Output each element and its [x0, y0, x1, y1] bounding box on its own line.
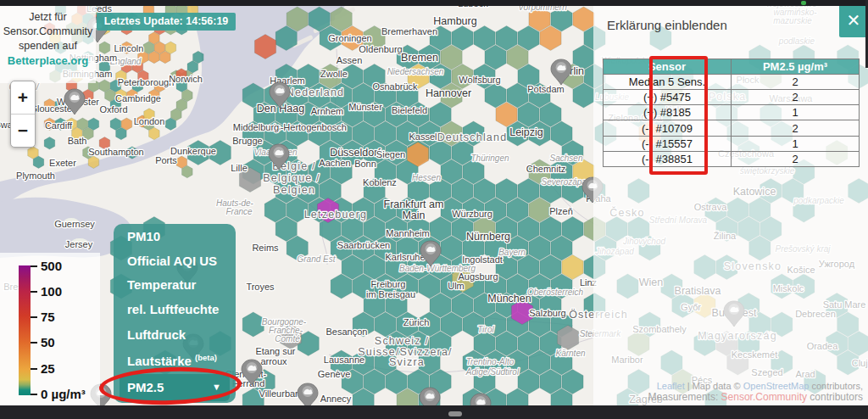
- status-dot: [801, 1, 806, 5]
- map-label: Arnhem: [311, 106, 344, 116]
- map-label: Svizra: [389, 356, 425, 368]
- map-label: Assen: [337, 55, 363, 65]
- map-label: Leipzig: [509, 126, 543, 138]
- table-header-cell: PM2.5 µg/m³: [732, 59, 860, 75]
- donation-line: spenden auf: [0, 39, 96, 53]
- map-label: Oldenburg: [359, 44, 402, 54]
- map-label: Nürnberg: [466, 231, 510, 243]
- bottom-chrome-bar: [0, 405, 868, 419]
- close-panel-button[interactable]: ✕: [839, 4, 868, 37]
- legend-color-scale: [19, 265, 31, 395]
- donation-note: Jetzt für Sensor.Community spenden auf B…: [0, 10, 96, 68]
- map-label: Troyes: [246, 282, 275, 292]
- menu-item-luftdruck[interactable]: Luftdruck: [127, 327, 186, 343]
- table-cell: 1: [732, 136, 860, 151]
- map-zoom-control: + −: [10, 81, 36, 148]
- map-label: Bremerhaven: [381, 26, 437, 36]
- explanation-toggle[interactable]: Erklärung einblenden: [607, 18, 727, 32]
- attribution-text: Measurements:: [648, 391, 721, 403]
- map-label: Trentino-Alto: [466, 357, 515, 366]
- map-label: Ingolstadt: [462, 254, 503, 265]
- map-label: Oxford: [99, 104, 127, 115]
- map-label: Comté: [275, 334, 300, 344]
- map-label: im Breisgau: [366, 289, 415, 299]
- donation-line: Sensor.Community: [0, 25, 96, 39]
- legend-tick: [31, 394, 37, 395]
- map-label: Brugge: [232, 136, 262, 146]
- taskbar-notch: [448, 411, 462, 416]
- legend-tick-label: 100: [41, 284, 62, 299]
- map-label: Norwich: [169, 74, 203, 84]
- map-label: Aachen: [319, 158, 350, 168]
- menu-item-aqi-us[interactable]: Official AQI US: [127, 254, 217, 269]
- map-label: Nederland: [287, 87, 344, 98]
- legend-tick: [31, 342, 37, 344]
- map-label: Zwolle: [320, 69, 348, 79]
- map-label: Adige/Südtirol: [465, 367, 520, 377]
- map-label: Lausanne: [324, 355, 364, 365]
- menu-item-luftfeuchte[interactable]: rel. Luftfeuchte: [127, 302, 219, 317]
- table-row: (-) #107092: [604, 120, 860, 136]
- table-row: (-) #155571: [604, 136, 860, 151]
- map-label: Cardiff: [45, 120, 73, 131]
- map-label: Karlsruhe: [385, 252, 425, 262]
- map-label: Groningen: [328, 33, 371, 43]
- map-label: Annecy: [320, 394, 352, 404]
- attribution-link[interactable]: OpenStreetMap: [743, 381, 810, 391]
- map-label: 's-Hertogenbosch: [274, 122, 347, 132]
- zoom-out-button[interactable]: −: [11, 115, 35, 147]
- map-label: Münster: [348, 102, 382, 112]
- map-label: Lincoln: [114, 43, 144, 53]
- legend-tick: [31, 368, 37, 370]
- map-label: Grand Est: [297, 254, 336, 264]
- sensor-table-body: Median 5 Sens.2(+) #54752(+) #81851(-) #…: [604, 75, 860, 167]
- map-label: Oberösterreich: [527, 288, 584, 297]
- map-label: France: [225, 207, 253, 216]
- map-label: Middelburg: [233, 122, 279, 132]
- close-icon: ✕: [847, 11, 861, 30]
- map-label: Reims: [252, 243, 279, 253]
- map-label: Ulm: [448, 281, 465, 291]
- map-label: Bath: [68, 136, 87, 146]
- menu-item-lautstaerke[interactable]: Lautstärke (beta): [127, 353, 217, 368]
- map-label: Southampton: [88, 147, 143, 157]
- map-label: Sachsen: [550, 154, 583, 163]
- map-attribution: Leaflet | Map data © OpenStreetMap contr…: [593, 381, 863, 403]
- table-cell: 2: [732, 90, 860, 105]
- map-label: München: [487, 293, 531, 304]
- attribution-text: contributors,: [809, 381, 863, 391]
- map-label: Chemnitz: [526, 164, 565, 174]
- legend-tick: [31, 316, 37, 318]
- table-row: Median 5 Sens.2: [604, 75, 860, 90]
- map-label: Bayern: [498, 248, 526, 257]
- attribution-link[interactable]: Leaflet: [657, 381, 685, 391]
- zoom-in-button[interactable]: +: [11, 81, 35, 114]
- attribution-text: | Map data ©: [685, 381, 743, 391]
- map-label: Genève: [318, 369, 351, 379]
- map-label: Salzburg: [529, 308, 565, 318]
- map-label: Hessen: [412, 173, 441, 182]
- menu-item-pm10[interactable]: PM10: [127, 229, 160, 244]
- table-row: (+) #81851: [604, 105, 860, 120]
- menu-item-temperatur[interactable]: Temperatur: [127, 277, 196, 293]
- legend-tick: [31, 265, 37, 267]
- map-label: Tirol: [477, 325, 494, 334]
- map-label: Etang sur: [255, 346, 295, 356]
- table-row: (-) #388512: [604, 151, 860, 166]
- map-label: Bielefeld: [392, 105, 427, 115]
- map-label: Dunkerque: [170, 146, 216, 156]
- sensor-community-link[interactable]: Sensor.Community: [721, 391, 807, 403]
- map-label: Hamburg: [433, 15, 476, 27]
- map-label: Letzebuerg: [304, 209, 368, 221]
- betterplace-link[interactable]: Betterplace.org: [0, 53, 96, 68]
- legend-tick-label: 0 µg/m³: [41, 387, 86, 401]
- map-label: Plymouth: [16, 170, 55, 181]
- map-label: Düsseldorf: [330, 147, 381, 159]
- map-label: Wolfsburg: [459, 75, 500, 85]
- map-label: Würzburg: [452, 209, 492, 219]
- sensor-table-head: SensorPM2.5 µg/m³: [604, 59, 860, 75]
- map-label: Cambridge: [115, 93, 161, 103]
- legend-tick-label: 75: [41, 310, 55, 324]
- map-label: Niedersachsen: [387, 67, 444, 76]
- map-label: Thüringen: [470, 154, 509, 163]
